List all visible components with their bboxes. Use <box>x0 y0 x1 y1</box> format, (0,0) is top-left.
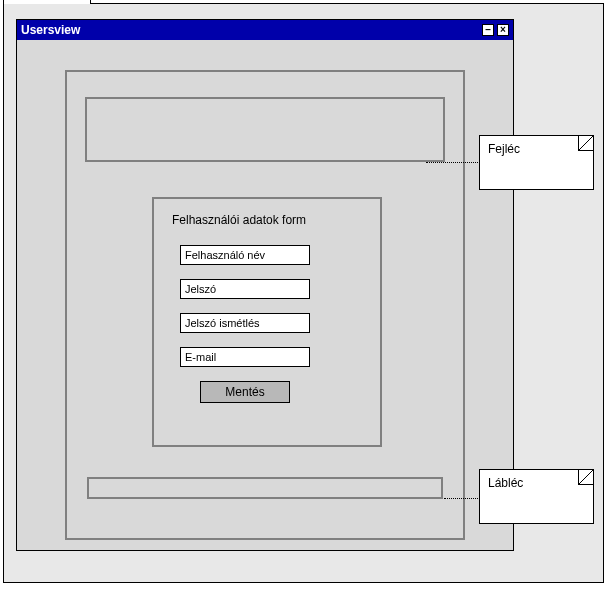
footer-panel <box>87 477 443 499</box>
form-title: Felhasználói adatok form <box>172 213 362 227</box>
window-titlebar: Usersview – × <box>17 20 513 40</box>
password-repeat-field[interactable] <box>180 313 310 333</box>
connector-header <box>426 162 480 163</box>
email-field[interactable] <box>180 347 310 367</box>
note-header: Fejléc <box>479 135 594 190</box>
header-panel <box>85 97 445 162</box>
minimize-icon[interactable]: – <box>482 24 494 36</box>
connector-footer <box>444 498 480 499</box>
diagram-frame: cd Usersview Usersview – × Felhasználói … <box>3 3 604 583</box>
save-button[interactable]: Mentés <box>200 381 290 403</box>
note-header-text: Fejléc <box>488 142 520 156</box>
window-title: Usersview <box>21 23 80 37</box>
content-panel: Felhasználói adatok form Mentés <box>65 70 465 540</box>
diagram-tab: cd Usersview <box>3 0 91 4</box>
close-icon[interactable]: × <box>497 24 509 36</box>
password-field[interactable] <box>180 279 310 299</box>
note-footer: Lábléc <box>479 469 594 524</box>
username-field[interactable] <box>180 245 310 265</box>
note-footer-text: Lábléc <box>488 476 523 490</box>
usersview-window: Usersview – × Felhasználói adatok form M… <box>16 19 514 551</box>
user-form: Felhasználói adatok form Mentés <box>152 197 382 447</box>
